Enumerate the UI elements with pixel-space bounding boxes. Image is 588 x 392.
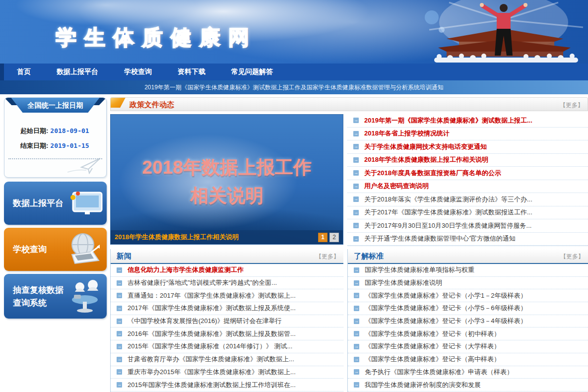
arrow-bullet-icon: → [353,210,359,215]
policy-link-item[interactable]: → 关于2017年9月30日至10月30日学生体质健康网暂停服务... [347,219,588,233]
arrow-bullet-icon: → [353,236,359,242]
news-link-item[interactable]: → 吉林省健康行“落地式”培训模式带来“跨越式”的全面... [111,277,343,290]
policy-link-item[interactable]: → 2018年学生体质健康数据上报工作相关说明 [347,154,588,167]
news-link-list: → 信息化助力上海市学生体质健康监测工作 → 吉林省健康行“落地式”培训模式带来… [111,264,343,392]
arrow-bullet-icon: → [117,331,122,336]
standards-section: 了解标准 【更多】 → 国家学生体质健康标准单项指标与权重 → 国家学生体质健康… [347,249,588,392]
notice-link[interactable]: 2019年第一期《国家学生体质健康标准》测试数据上报工作及国家学生体质健康标准数… [144,83,444,92]
banner-headline: 2018年数据上报工作 相关说明 [111,153,343,210]
arrow-bullet-icon: → [353,144,359,149]
policy-banner-slide[interactable]: 2018年数据上报工作 相关说明 2018年学生体质健康数据上报工作相关说明 1… [110,114,343,245]
arrow-bullet-icon: → [353,196,359,202]
standards-more-link[interactable]: 【更多】 [560,253,584,261]
news-link-item[interactable]: → 直播通知：2017年《国家学生体质健康标准》测试数据上... [111,289,343,302]
end-date-value: 2019-01-15 [50,142,89,149]
policy-link-item[interactable]: → 关于学生体质健康网技术支持电话变更通知 [347,140,588,154]
banner-caption-text[interactable]: 2018年学生体质健康数据上报工作相关说明 [111,233,318,242]
news-link-item[interactable]: → 2015年《国家学生体质健康标准（2014年修订）》 测试... [111,340,343,353]
arrow-bullet-icon: → [117,306,122,311]
standards-link-item[interactable]: → 免予执行《国家学生体质健康标准》申请表（样表） [348,366,588,379]
arrow-bullet-icon: → [353,131,359,136]
standards-link-item[interactable]: → 《国家学生体质健康标准》登记卡（小学1－2年级样表） [348,289,588,302]
policy-link-item[interactable]: → 2019年第一期《国家学生体质健康标准》测试数据上报工... [347,114,588,128]
standards-link-list: → 国家学生体质健康标准单项指标与权重 → 国家学生体质健康标准说明 → 《国家… [348,264,588,392]
nav-item[interactable]: 学校查询 [111,67,165,76]
arrow-bullet-icon: → [354,369,359,375]
standards-link-item[interactable]: → 《国家学生体质健康标准》登记卡（小学5－6年级样表） [348,302,588,315]
banner-pager: 1 2 [318,233,343,242]
arrow-bullet-icon: → [354,331,359,336]
standards-link-item[interactable]: → 国家学生体质健康标准说明 [348,277,588,290]
policy-link-item[interactable]: → 关于2018年落实《学生体质健康监测评价办法》等三个办... [347,193,588,206]
policy-more-link[interactable]: 【更多】 [560,101,584,110]
arrow-bullet-icon: → [354,382,359,388]
policy-link-item[interactable]: → 关于2017年《国家学生体质健康标准》测试数据报送工作... [347,206,588,220]
arrow-bullet-icon: → [353,223,359,228]
arrow-bullet-icon: → [354,344,359,349]
standards-link-item[interactable]: → 国家学生体质健康标准单项指标与权重 [348,264,588,277]
arrow-bullet-icon: → [354,319,359,324]
news-link-item[interactable]: → 2015年国家学生体质健康标准测试数据上报工作培训班在... [111,379,343,392]
news-section-title: 新闻 [117,252,131,261]
news-link-item[interactable]: → 重庆市举办2015年《国家学生体质健康标准》测试数据上... [111,366,343,379]
paper-plane-icon [66,157,101,174]
nav-item[interactable]: 首页 [4,67,44,76]
arrow-bullet-icon: → [117,357,122,362]
corner-flag-icon [110,97,127,108]
report-date-panel: 全国统一上报日期 起始日期:2018-09-01 结束日期:2019-01-15 [4,97,107,178]
arrow-bullet-icon: → [354,267,359,273]
news-section-header: 新闻 【更多】 [111,249,343,264]
sidebar-button-school-search[interactable]: 学校查询 [4,228,107,271]
page: 学生体质健康网 [0,0,588,392]
start-date-value: 2018-09-01 [50,127,89,134]
news-link-item[interactable]: → 《中国学校体育发展报告(2016)》提纲研讨会在津举行 [111,315,343,328]
header-illustration [419,0,588,64]
arrow-bullet-icon: → [117,344,122,349]
arrow-bullet-icon: → [353,157,359,163]
arrow-bullet-icon: → [117,369,122,375]
sidebar-button-review-data-system[interactable]: 抽查复核数据查询系统 [4,274,107,319]
start-date-row: 起始日期:2018-09-01 [4,124,106,138]
sidebar-button-data-report[interactable]: 数据上报平台 [4,182,107,225]
arrow-bullet-icon: → [354,293,359,298]
globe-laptop-icon [62,232,104,267]
end-date-row: 结束日期:2019-01-15 [4,138,106,153]
standards-link-item[interactable]: → 《国家学生体质健康标准》登记卡（初中样表） [348,327,588,340]
nav-item[interactable]: 常见问题解答 [218,67,286,76]
arrow-bullet-icon: → [117,319,122,324]
standards-link-item[interactable]: → 《国家学生体质健康标准》登记卡（高中样表） [348,353,588,366]
arrow-bullet-icon: → [353,184,359,189]
arrow-bullet-icon: → [354,306,359,311]
main-content: 政策文件动态 【更多】 2018年数据上报工作 相关说明 2018年学生体质健康… [110,97,588,392]
arrow-bullet-icon: → [353,170,359,176]
arrow-bullet-icon: → [354,357,359,362]
standards-section-title: 了解标准 [354,252,384,261]
date-panel-title: 全国统一上报日期 [11,98,100,113]
news-link-item[interactable]: → 信息化助力上海市学生体质健康监测工作 [111,264,343,277]
news-more-link[interactable]: 【更多】 [316,253,339,261]
policy-link-item[interactable]: → 关于2018年度具备数据直报资格厂商名单的公示 [347,167,588,180]
policy-link-list: → 2019年第一期《国家学生体质健康标准》测试数据上报工... → 2018年… [347,114,588,246]
pager-button-1[interactable]: 1 [318,233,327,242]
policy-link-item[interactable]: → 用户名及密码查询说明 [347,180,588,194]
nav-item[interactable]: 资料下载 [165,67,218,76]
nav-item[interactable]: 数据上报平台 [44,67,111,76]
standards-link-item[interactable]: → 《国家学生体质健康标准》登记卡（小学3－4年级样表） [348,315,588,328]
notice-bar: 2019年第一期《国家学生体质健康标准》测试数据上报工作及国家学生体质健康标准数… [0,80,588,94]
arrow-bullet-icon: → [117,293,122,298]
pager-button-2[interactable]: 2 [329,233,339,242]
arrow-bullet-icon: → [354,280,359,286]
news-link-item[interactable]: → 甘肃省教育厅举办《国家学生体质健康标准》测试数据上... [111,353,343,366]
policy-link-item[interactable]: → 2018年各省上报学校情况统计 [347,128,588,141]
standards-section-header: 了解标准 【更多】 [348,249,588,264]
standards-link-item[interactable]: → 《国家学生体质健康标准》登记卡（大学样表） [348,340,588,353]
monitor-icon [68,191,104,216]
news-section: 新闻 【更多】 → 信息化助力上海市学生体质健康监测工作 → 吉林省健康行“落地… [110,249,343,392]
news-link-item[interactable]: → 2017年《国家学生体质健康标准》测试数据上报及系统使... [111,302,343,315]
arrow-bullet-icon: → [117,382,122,388]
news-link-item[interactable]: → 2016年《国家学生体质健康标准》测试数据上报及数据管... [111,327,343,340]
arrow-bullet-icon: → [117,280,122,286]
standards-link-item[interactable]: → 我国学生体质健康评价制度的演变和发展 [348,379,588,392]
policy-link-item[interactable]: → 关于开通‘学生体质健康数据管理中心’官方微信的通知 [347,233,588,246]
arrow-bullet-icon: → [117,267,122,273]
